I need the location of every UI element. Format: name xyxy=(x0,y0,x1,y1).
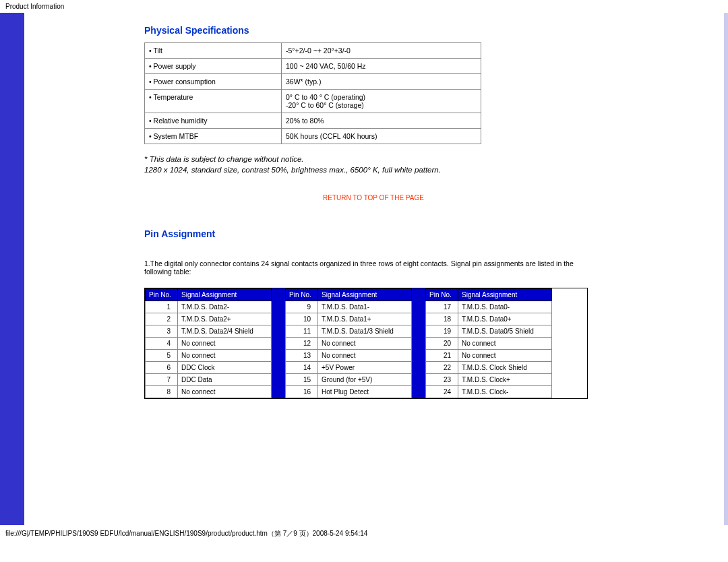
pin-signal: No connect xyxy=(318,338,412,350)
table-row: 19T.M.D.S. Data0/5 Shield xyxy=(426,325,552,338)
table-row: 22T.M.D.S. Clock Shield xyxy=(426,362,552,374)
spec-value: -5°+2/-0 ~+ 20°+3/-0 xyxy=(282,43,481,59)
pin-assignment-heading: Pin Assignment xyxy=(144,228,603,239)
spec-value: 20% to 80% xyxy=(282,113,481,129)
table-row: 13No connect xyxy=(286,350,412,362)
pin-number: 2 xyxy=(146,313,178,325)
pin-signal: T.M.D.S. Clock Shield xyxy=(458,362,552,374)
spec-value: 0° C to 40 ° C (operating)-20° C to 60° … xyxy=(282,90,481,113)
pin-number: 20 xyxy=(426,338,458,350)
table-row: 7DDC Data xyxy=(146,374,272,386)
spec-label: • System MTBF xyxy=(145,129,282,144)
table-row: 2T.M.D.S. Data2+ xyxy=(146,313,272,325)
pin-signal: T.M.D.S. Clock- xyxy=(458,386,552,398)
pin-signal: T.M.D.S. Clock+ xyxy=(458,374,552,386)
pin-signal: T.M.D.S. Data1/3 Shield xyxy=(318,325,412,338)
pin-signal: No connect xyxy=(458,338,552,350)
pin-number: 12 xyxy=(286,338,318,350)
pin-number: 17 xyxy=(426,301,458,313)
pin-signal: T.M.D.S. Data1- xyxy=(318,301,412,313)
pin-signal: T.M.D.S. Data0+ xyxy=(458,313,552,325)
left-nav-rail xyxy=(0,13,24,525)
spec-label: • Power supply xyxy=(145,59,282,74)
spec-note-1: * This data is subject to change without… xyxy=(144,155,603,163)
table-row: 14+5V Power xyxy=(286,362,412,374)
pin-number: 23 xyxy=(426,374,458,386)
pin-table: Pin No.Signal Assignment9T.M.D.S. Data1-… xyxy=(285,288,412,398)
pin-signal: T.M.D.S. Data1+ xyxy=(318,313,412,325)
table-row: • Relative humidity20% to 80% xyxy=(145,113,481,129)
page-footer-path: file:///G|/TEMP/PHILIPS/190S9 EDFU/lcd/m… xyxy=(0,525,728,542)
table-row: 20No connect xyxy=(426,338,552,350)
pin-number: 21 xyxy=(426,350,458,362)
pin-header-pin: Pin No. xyxy=(426,289,458,301)
pin-header-signal: Signal Assignment xyxy=(318,289,412,301)
return-to-top-link[interactable]: RETURN TO TOP OF THE PAGE xyxy=(144,194,603,201)
table-row: • Temperature0° C to 40 ° C (operating)-… xyxy=(145,90,481,113)
pin-table: Pin No.Signal Assignment17T.M.D.S. Data0… xyxy=(425,288,552,398)
pin-signal: No connect xyxy=(318,350,412,362)
table-row: 9T.M.D.S. Data1- xyxy=(286,301,412,313)
pin-number: 11 xyxy=(286,325,318,338)
pin-signal: Hot Plug Detect xyxy=(318,386,412,398)
pin-signal: DDC Clock xyxy=(178,362,272,374)
pin-number: 22 xyxy=(426,362,458,374)
table-row: 10T.M.D.S. Data1+ xyxy=(286,313,412,325)
pin-number: 14 xyxy=(286,362,318,374)
pin-signal: T.M.D.S. Data2- xyxy=(178,301,272,313)
table-row: 17T.M.D.S. Data0- xyxy=(426,301,552,313)
pin-signal: +5V Power xyxy=(318,362,412,374)
table-row: 16Hot Plug Detect xyxy=(286,386,412,398)
pin-number: 4 xyxy=(146,338,178,350)
page-header-title: Product Information xyxy=(0,0,728,13)
pin-number: 9 xyxy=(286,301,318,313)
pin-table: Pin No.Signal Assignment1T.M.D.S. Data2-… xyxy=(145,288,272,398)
pin-number: 18 xyxy=(426,313,458,325)
page-body: Physical Specifications • Tilt-5°+2/-0 ~… xyxy=(0,13,728,525)
table-row: 1T.M.D.S. Data2- xyxy=(146,301,272,313)
pin-signal: T.M.D.S. Data0/5 Shield xyxy=(458,325,552,338)
spec-value: 36W* (typ.) xyxy=(282,74,481,90)
spec-label: • Temperature xyxy=(145,90,282,113)
spec-note-2: 1280 x 1024, standard size, contrast 50%… xyxy=(144,166,603,174)
pin-header-pin: Pin No. xyxy=(286,289,318,301)
pin-number: 7 xyxy=(146,374,178,386)
pin-number: 8 xyxy=(146,386,178,398)
pin-number: 15 xyxy=(286,374,318,386)
pin-number: 10 xyxy=(286,313,318,325)
pin-signal: No connect xyxy=(458,350,552,362)
pin-number: 5 xyxy=(146,350,178,362)
content-area: Physical Specifications • Tilt-5°+2/-0 ~… xyxy=(24,13,728,525)
pin-signal: No connect xyxy=(178,350,272,362)
table-row: 8No connect xyxy=(146,386,272,398)
pin-header-pin: Pin No. xyxy=(146,289,178,301)
pin-signal: T.M.D.S. Data2/4 Shield xyxy=(178,325,272,338)
pin-number: 24 xyxy=(426,386,458,398)
table-row: 6DDC Clock xyxy=(146,362,272,374)
pin-signal: T.M.D.S. Data0- xyxy=(458,301,552,313)
pin-number: 3 xyxy=(146,325,178,338)
spec-label: • Relative humidity xyxy=(145,113,282,129)
table-spacer xyxy=(272,288,285,398)
spec-value: 50K hours (CCFL 40K hours) xyxy=(282,129,481,144)
table-row: • Power consumption36W* (typ.) xyxy=(145,74,481,90)
spec-value: 100 ~ 240 VAC, 50/60 Hz xyxy=(282,59,481,74)
table-row: 24T.M.D.S. Clock- xyxy=(426,386,552,398)
table-row: 11T.M.D.S. Data1/3 Shield xyxy=(286,325,412,338)
pin-header-signal: Signal Assignment xyxy=(178,289,272,301)
spec-label: • Power consumption xyxy=(145,74,282,90)
table-row: 21No connect xyxy=(426,350,552,362)
pin-number: 6 xyxy=(146,362,178,374)
spec-label: • Tilt xyxy=(145,43,282,59)
table-row: 23T.M.D.S. Clock+ xyxy=(426,374,552,386)
table-row: 18T.M.D.S. Data0+ xyxy=(426,313,552,325)
table-spacer xyxy=(412,288,425,398)
pin-header-signal: Signal Assignment xyxy=(458,289,552,301)
pin-assignment-intro: 1.The digital only connector contains 24… xyxy=(144,259,603,276)
table-row: • Power supply100 ~ 240 VAC, 50/60 Hz xyxy=(145,59,481,74)
pin-signal: No connect xyxy=(178,386,272,398)
table-row: 15Ground (for +5V) xyxy=(286,374,412,386)
physical-specs-heading: Physical Specifications xyxy=(144,25,603,36)
table-row: 12No connect xyxy=(286,338,412,350)
table-row: 3T.M.D.S. Data2/4 Shield xyxy=(146,325,272,338)
